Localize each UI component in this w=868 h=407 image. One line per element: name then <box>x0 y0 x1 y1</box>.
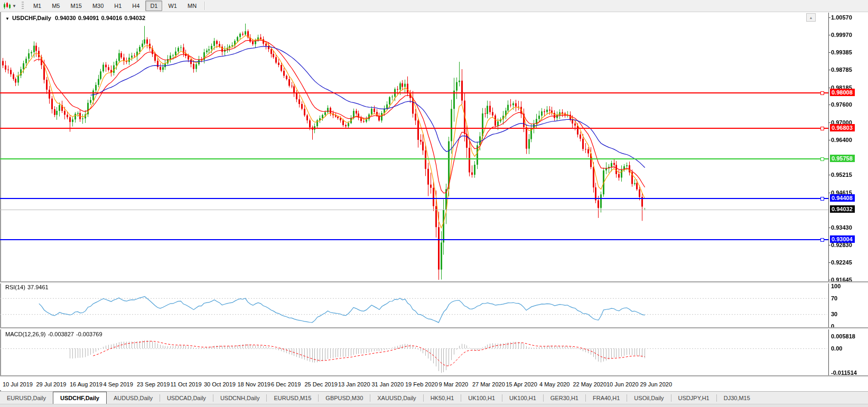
timeframe-button-m30[interactable]: M30 <box>88 1 108 11</box>
chart-tab-eurusd-m15[interactable]: EURUSD,M15 <box>267 392 318 403</box>
date-label: 4 Sep 2019 <box>104 381 133 387</box>
price-tick-label: 0.99970 <box>831 32 867 38</box>
date-label: 9 Mar 2020 <box>439 381 469 387</box>
chart-tab-hk50-h1[interactable]: HK50,H1 <box>424 392 461 403</box>
price-chart-canvas[interactable] <box>0 12 868 391</box>
horizontal-line-resistance-2[interactable] <box>0 128 828 129</box>
price-tick-mark <box>828 175 830 175</box>
price-tick-mark <box>828 245 830 245</box>
chart-type-icon[interactable] <box>2 2 12 10</box>
macd-name: MACD(12,26,9) <box>5 331 45 337</box>
date-label: 27 Mar 2020 <box>472 381 505 387</box>
macd-axis-label: 0.005818 <box>831 333 855 339</box>
date-label: 29 Jun 2020 <box>640 381 673 387</box>
macd-label: MACD(12,26,9)-0.003827-0.003769 <box>5 331 105 337</box>
date-label: 10 Jul 2019 <box>3 381 33 387</box>
price-tick-mark <box>828 228 830 228</box>
chart-tab-gbpusd-m30[interactable]: GBPUSD,M30 <box>319 392 370 403</box>
price-tick-mark <box>828 140 830 140</box>
chart-tab-uk100-h1[interactable]: UK100,H1 <box>461 392 502 403</box>
ohlc-low: 0.94016 <box>101 15 122 21</box>
date-label: 30 Oct 2019 <box>204 381 236 387</box>
date-label: 10 Jun 2020 <box>606 381 639 387</box>
date-label: 15 Apr 2020 <box>506 381 537 387</box>
rsi-axis-label: 30 <box>831 311 837 317</box>
chart-tab-ger30-h1[interactable]: GER30,H1 <box>544 392 585 403</box>
pane-separator-rsi[interactable] <box>0 281 868 283</box>
date-label: 16 Aug 2019 <box>70 381 102 387</box>
chart-tab-usdchf-daily[interactable]: USDCHF,Daily <box>53 392 107 404</box>
rsi-name: RSI(14) <box>5 284 25 290</box>
ohlc-open: 0.94030 <box>55 15 76 21</box>
chart-tab-xauusd-daily[interactable]: XAUUSD,Daily <box>370 392 423 403</box>
date-label: 18 Nov 2019 <box>238 381 270 387</box>
timeframe-button-h4[interactable]: H4 <box>127 1 144 11</box>
chart-tab-usdcnh-daily[interactable]: USDCNH,Daily <box>213 392 267 403</box>
date-label: 4 May 2020 <box>539 381 570 387</box>
line-end-marker <box>820 238 824 242</box>
date-label: 31 Jan 2020 <box>372 381 404 387</box>
pane-separator-macd[interactable] <box>0 327 868 329</box>
price-line-label-resistance-2: 0.96803 <box>830 124 855 131</box>
chart-tab-audusd-daily[interactable]: AUDUSD,Daily <box>107 392 160 403</box>
chart-tab-fra40-h1[interactable]: FRA40,H1 <box>586 392 627 403</box>
price-tick-label: 0.92245 <box>831 259 867 266</box>
timeframe-button-mn[interactable]: MN <box>183 1 201 11</box>
tabbar-bottom-strip <box>0 404 868 407</box>
price-tick-mark <box>828 52 830 53</box>
horizontal-line-support-blue-1[interactable] <box>0 198 828 199</box>
macd-axis-label: 0.00 <box>831 345 842 352</box>
line-end-marker <box>820 127 824 130</box>
date-label: 6 Dec 2019 <box>271 381 301 387</box>
price-line-label-support-green: 0.95758 <box>830 155 855 162</box>
toolbar-separator <box>204 2 205 10</box>
chart-tab-usdjpy-h1[interactable]: USDJPY,H1 <box>671 392 716 403</box>
pane-separator-bottom <box>0 375 868 377</box>
line-end-marker <box>820 91 824 95</box>
date-axis[interactable]: 10 Jul 201929 Jul 201916 Aug 20194 Sep 2… <box>0 376 828 390</box>
price-tick-label: 0.97600 <box>831 101 867 108</box>
timeframe-button-m15[interactable]: M15 <box>66 1 86 11</box>
date-label: 11 Oct 2019 <box>171 381 202 387</box>
rsi-value: 37.9461 <box>27 284 49 290</box>
price-line-label-support-blue-1: 0.94408 <box>830 194 855 202</box>
timeframe-buttons: M1M5M15M30H1H4D1W1MN <box>28 1 202 11</box>
chart-title-caret-icon[interactable]: ▼ <box>5 16 10 21</box>
date-label: 25 Dec 2019 <box>305 381 338 387</box>
timeframe-button-m5[interactable]: M5 <box>47 1 64 11</box>
price-axis-line <box>828 13 829 376</box>
chart-tab-dj30-m15[interactable]: DJ30,M15 <box>717 392 757 403</box>
timeframe-button-d1[interactable]: D1 <box>145 1 162 11</box>
price-tick-label: 0.98785 <box>831 67 867 73</box>
toolbar-grip[interactable] <box>22 2 24 10</box>
mt4-window: { "toolbar": { "chart_type_icon": "candl… <box>0 0 868 407</box>
chart-tab-uk100-h1[interactable]: UK100,H1 <box>502 392 543 403</box>
line-end-marker <box>820 157 824 161</box>
macd-signal-value: -0.003769 <box>76 331 102 337</box>
timeframe-button-m1[interactable]: M1 <box>29 1 46 11</box>
date-label: 22 May 2020 <box>573 381 607 387</box>
timeframe-button-h1[interactable]: H1 <box>109 1 126 11</box>
horizontal-line-support-blue-2[interactable] <box>0 239 828 240</box>
chart-title: ▼USDCHF,Daily 0.940300.940910.940160.940… <box>5 15 147 21</box>
price-tick-mark <box>828 280 830 280</box>
price-tick-mark <box>828 17 830 18</box>
timeframe-button-w1[interactable]: W1 <box>163 1 182 11</box>
price-tick-mark <box>828 262 830 263</box>
macd-main-value: -0.003827 <box>48 331 74 337</box>
horizontal-line-support-green[interactable] <box>0 158 828 159</box>
chart-tab-usoil-daily[interactable]: USOil,Daily <box>627 392 670 403</box>
rsi-label: RSI(14)37.9461 <box>5 284 51 290</box>
price-tick-label: 0.96400 <box>831 137 867 143</box>
price-tick-mark <box>828 105 830 105</box>
price-tick-mark <box>828 193 830 193</box>
chart-type-dropdown-icon[interactable]: ▼ <box>12 4 16 8</box>
price-tick-mark <box>828 35 830 35</box>
ohlc-high: 0.94091 <box>78 15 99 21</box>
scroll-up-icon[interactable]: ▲ <box>806 13 816 22</box>
chart-tab-eurusd-daily[interactable]: EURUSD,Daily <box>0 392 53 403</box>
current-price-label: 0.94032 <box>830 205 855 213</box>
horizontal-line-resistance-1[interactable] <box>0 92 828 93</box>
price-tick-label: 0.99385 <box>831 49 867 55</box>
chart-tab-usdcad-daily[interactable]: USDCAD,Daily <box>160 392 213 403</box>
